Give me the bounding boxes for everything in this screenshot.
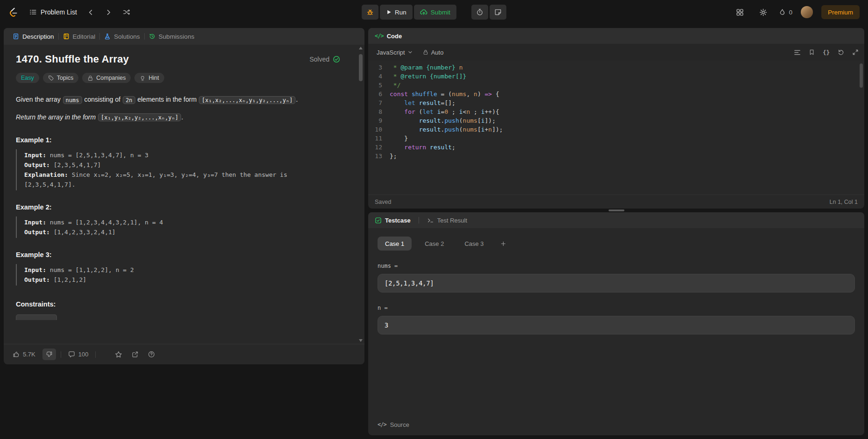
- line-number: 12: [368, 143, 390, 152]
- topics-chip[interactable]: Topics: [43, 73, 78, 83]
- editor-actions: {}: [794, 49, 859, 56]
- snippets-button[interactable]: {}: [823, 49, 830, 56]
- bookmark-button[interactable]: [809, 49, 815, 56]
- streak-button[interactable]: 0: [779, 8, 792, 16]
- problem-statement-1: Given the array nums consisting of 2n el…: [16, 94, 345, 105]
- code-line: 12 return result;: [368, 143, 864, 152]
- help-icon: [148, 351, 155, 358]
- code-line-text: }: [390, 134, 408, 143]
- dislike-button[interactable]: [42, 348, 56, 360]
- editor-scrollbar[interactable]: [860, 63, 863, 88]
- example-row-label: Input:: [24, 266, 50, 273]
- notes-button[interactable]: [490, 5, 506, 20]
- comment-count: 100: [78, 351, 89, 358]
- code-icon: </>: [375, 33, 384, 39]
- line-number: 9: [368, 116, 390, 125]
- scroll-up-arrow[interactable]: [359, 47, 363, 49]
- case-3-tab[interactable]: Case 3: [457, 237, 491, 251]
- prev-problem-button[interactable]: [84, 5, 98, 20]
- code-line: 11 }: [368, 134, 864, 143]
- reset-code-button[interactable]: [838, 49, 844, 56]
- companies-chip[interactable]: Companies: [82, 73, 131, 83]
- description-panel: Description Editorial Solutions: [4, 28, 364, 364]
- fullscreen-button[interactable]: [852, 49, 859, 56]
- nav-left-group: Problem List: [8, 5, 134, 20]
- plus-icon: [500, 241, 506, 247]
- lock-icon: [423, 49, 428, 55]
- format-code-button[interactable]: [794, 49, 801, 56]
- problem-list-button[interactable]: Problem List: [26, 5, 81, 20]
- description-footer: 5.7K 100: [4, 344, 364, 364]
- right-column: </> Code JavaScript Auto: [368, 28, 864, 435]
- hint-chip[interactable]: Hint: [134, 73, 164, 83]
- code-line: 4 * @return {number[]}: [368, 72, 864, 81]
- code-line-text: };: [390, 152, 397, 160]
- like-button[interactable]: 5.7K: [10, 349, 38, 360]
- expand-icon: [852, 49, 859, 56]
- example-row-value: nums = [2,5,1,3,4,7], n = 3: [50, 152, 148, 159]
- code-editor[interactable]: 3 * @param {number} n4 * @return {number…: [368, 61, 864, 195]
- leetcode-logo[interactable]: [8, 7, 18, 17]
- star-button[interactable]: [112, 349, 125, 360]
- example-row-value: [2,3,5,4,1,7]: [54, 161, 101, 168]
- chevron-left-icon: [87, 9, 94, 16]
- code-line-text: for (let i=0 ; i<n ; i++){: [390, 107, 499, 116]
- statement-text: elements in the form: [136, 96, 199, 103]
- comments-button[interactable]: 100: [66, 349, 91, 360]
- line-number: 6: [368, 90, 390, 98]
- tab-editorial-label: Editorial: [73, 33, 96, 40]
- debug-button[interactable]: [362, 5, 378, 20]
- tab-description[interactable]: Description: [8, 28, 58, 45]
- case-1-tab[interactable]: Case 1: [378, 237, 412, 251]
- submit-label: Submit: [431, 9, 450, 16]
- nums-input[interactable]: [378, 274, 855, 293]
- chevron-right-icon: [105, 9, 112, 16]
- tab-editorial[interactable]: Editorial: [59, 28, 100, 45]
- inline-code-chip: [x₁,y₁,x₂,y₂,...,xₙ,yₙ]: [98, 113, 181, 121]
- testcase-panel: Testcase Test Result Case 1 Case 2 Case …: [368, 212, 864, 435]
- random-problem-button[interactable]: [119, 5, 134, 20]
- difficulty-badge[interactable]: Easy: [16, 73, 39, 83]
- user-avatar[interactable]: [801, 6, 813, 18]
- code-panel-title: Code: [387, 33, 402, 40]
- header-separator: [419, 217, 419, 223]
- add-case-button[interactable]: [497, 237, 510, 250]
- check-circle-icon: [333, 56, 340, 63]
- code-line-text: * @param {number} n: [390, 63, 463, 72]
- example-row-value: nums = [1,2,3,4,4,3,2,1], n = 4: [50, 219, 163, 226]
- tab-testcase[interactable]: Testcase: [385, 217, 411, 224]
- scrollbar-thumb[interactable]: [359, 54, 363, 81]
- code-line-text: let result=[];: [390, 98, 455, 107]
- run-button[interactable]: Run: [380, 5, 413, 20]
- source-button[interactable]: </> Source: [368, 414, 864, 435]
- leetcode-logo-icon: [8, 7, 18, 17]
- timer-button[interactable]: [471, 5, 488, 20]
- problem-title: 1470. Shuffle the Array: [16, 53, 129, 65]
- layout-grid-button[interactable]: [732, 5, 747, 20]
- code-line: 6const shuffle = (nums, n) => {: [368, 90, 864, 98]
- description-content[interactable]: 1470. Shuffle the Array Solved Easy: [4, 45, 364, 344]
- tab-submissions[interactable]: Submissions: [145, 28, 199, 45]
- next-problem-button[interactable]: [101, 5, 116, 20]
- tag-icon: [48, 75, 54, 81]
- share-button[interactable]: [129, 349, 141, 360]
- statement-text: Given the array: [16, 96, 63, 103]
- n-input[interactable]: [378, 316, 855, 334]
- premium-button[interactable]: Premium: [821, 5, 860, 19]
- settings-button[interactable]: [756, 5, 770, 20]
- case-2-tab[interactable]: Case 2: [417, 237, 451, 251]
- example-row: Output: [1,2,1,2]: [24, 275, 324, 285]
- feedback-button[interactable]: [146, 349, 157, 360]
- language-selector[interactable]: JavaScript: [374, 47, 415, 58]
- code-panel: </> Code JavaScript Auto: [368, 28, 864, 209]
- scroll-down-arrow[interactable]: [359, 339, 363, 342]
- submit-button[interactable]: Submit: [414, 5, 456, 20]
- tab-test-result[interactable]: Test Result: [437, 217, 467, 224]
- auto-save-indicator[interactable]: Auto: [423, 49, 444, 56]
- tab-solutions[interactable]: Solutions: [100, 28, 144, 45]
- testcase-panel-header: Testcase Test Result: [368, 212, 864, 228]
- panel-resize-handle[interactable]: [609, 209, 624, 211]
- source-icon: </>: [378, 421, 386, 428]
- description-scrollbar[interactable]: [358, 47, 364, 342]
- inline-code-chip: 2n: [123, 96, 135, 104]
